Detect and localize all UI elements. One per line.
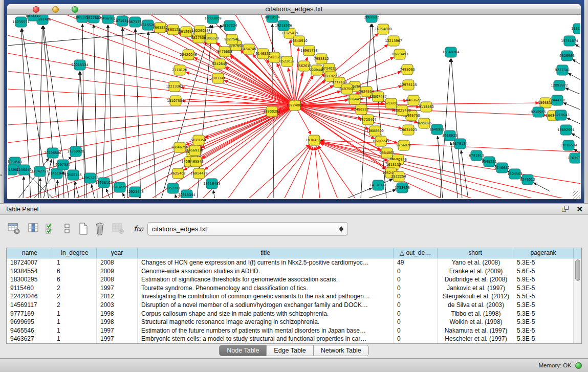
network-view[interactable]: 1872400711325419166409101696175879558121… — [8, 15, 580, 198]
network-node[interactable]: 16961758 — [300, 46, 318, 56]
network-node[interactable]: 1111753 — [571, 24, 580, 34]
network-node[interactable]: 9329966 — [559, 51, 574, 61]
network-window-titlebar[interactable]: citations_edges.txt — [7, 4, 581, 15]
network-node[interactable]: 19384554 — [306, 135, 323, 145]
delete-table-icon[interactable] — [95, 222, 105, 235]
network-node[interactable]: 8522037 — [279, 56, 294, 67]
network-node[interactable]: 9115460 — [419, 102, 433, 112]
network-node[interactable]: 9146821 — [255, 49, 270, 59]
network-node[interactable]: 5475685 — [217, 47, 232, 57]
network-node[interactable]: 20515344 — [178, 190, 195, 198]
table-row[interactable]: 1456911722003Disruption of a novel membe… — [7, 301, 574, 310]
network-node[interactable]: 2522254 — [391, 171, 406, 182]
network-node[interactable]: 15716485 — [203, 179, 221, 189]
network-node[interactable]: 1527602 — [86, 15, 101, 23]
column-header-short[interactable]: short — [438, 248, 513, 258]
network-node[interactable]: 16648784 — [442, 47, 460, 57]
float-window-icon[interactable] — [562, 206, 569, 213]
network-node[interactable]: 9756928 — [396, 140, 411, 150]
network-node[interactable]: 18907249 — [372, 136, 389, 146]
table-selector-dropdown[interactable]: citations_edges.txt — [147, 222, 348, 235]
network-node[interactable]: 9345231 — [482, 157, 496, 167]
network-node[interactable]: 5572317 — [26, 15, 40, 21]
network-node[interactable]: 6497568 — [339, 84, 354, 94]
network-node[interactable]: 9242845 — [212, 59, 227, 69]
column-header-title[interactable]: title — [138, 248, 394, 258]
function-builder-icon[interactable]: f(x) — [134, 222, 143, 235]
column-header-year[interactable]: year — [97, 248, 138, 258]
network-node[interactable]: 2087682 — [364, 15, 379, 23]
new-table-icon[interactable] — [78, 222, 89, 235]
network-node[interactable]: 20206586 — [44, 148, 61, 158]
table-settings-icon[interactable] — [8, 222, 21, 235]
network-node[interactable]: 9857791 — [165, 183, 180, 193]
network-node[interactable]: 9463627 — [406, 95, 421, 105]
scrollbar-thumb[interactable] — [575, 259, 580, 281]
column-header-in_degree[interactable]: in_degree — [53, 248, 97, 258]
network-node[interactable]: 7485063 — [400, 64, 415, 75]
network-node[interactable]: 5878354 — [191, 135, 206, 145]
panel-collapse-arrow-icon[interactable]: ▸ — [1, 173, 3, 177]
network-node[interactable]: 7615526 — [140, 20, 155, 30]
column-header-name[interactable]: name — [7, 248, 53, 258]
table-row[interactable]: 969969511998Structural magnetic resonanc… — [7, 318, 574, 326]
network-node[interactable]: 10973493 — [391, 49, 408, 59]
table-row[interactable]: 1830029562008Estimation of significance … — [7, 275, 574, 284]
network-node[interactable]: 7486322 — [354, 104, 368, 115]
column-header-out_de[interactable]: △ out_de… — [394, 248, 438, 258]
network-node[interactable]: 16782759 — [111, 182, 128, 192]
table-row[interactable]: 946554611997Estimation of the future num… — [7, 326, 574, 335]
network-node[interactable]: 16154808 — [375, 24, 392, 34]
network-node[interactable]: 7625402 — [170, 168, 185, 179]
network-node[interactable]: 8186328 — [204, 33, 219, 43]
network-node[interactable]: 22420046 — [180, 50, 197, 60]
table-row[interactable]: 1938455462009Genome-wide association stu… — [7, 267, 574, 276]
network-node[interactable]: 8912954 — [179, 27, 193, 37]
select-all-rows-icon[interactable] — [46, 222, 56, 235]
tab-edge-table[interactable]: Edge Table — [267, 345, 313, 356]
network-node[interactable]: 14035571 — [12, 17, 30, 27]
network-node[interactable]: 12975115 — [400, 80, 417, 90]
column-header-pagerank[interactable]: pagerank — [513, 248, 574, 258]
window-resize-grip[interactable] — [573, 191, 580, 199]
network-node[interactable]: 12213967 — [385, 36, 402, 46]
network-node[interactable]: 7955812 — [314, 54, 329, 64]
table-scrollbar[interactable] — [574, 258, 581, 343]
network-node[interactable]: 621600 — [384, 98, 397, 108]
network-node[interactable]: 1167534 — [568, 153, 580, 163]
network-node[interactable]: 2718120 — [172, 65, 187, 75]
network-node[interactable]: 12342757 — [31, 166, 49, 177]
network-node[interactable]: 13505135 — [64, 170, 82, 180]
network-node[interactable]: 9245012 — [520, 174, 535, 185]
network-node[interactable]: 8454749 — [241, 44, 256, 54]
network-node[interactable]: 9827546 — [224, 34, 239, 45]
network-node[interactable]: 9227341 — [555, 65, 570, 75]
network-node[interactable]: 8813054 — [265, 15, 279, 23]
network-node[interactable]: 7857224 — [222, 20, 237, 31]
network-node[interactable]: 9699695 — [417, 118, 431, 128]
network-node[interactable]: 2803144 — [210, 73, 225, 83]
row-height-icon[interactable] — [64, 222, 70, 235]
network-node[interactable]: 9215955 — [531, 107, 546, 117]
table-row[interactable]: 1872400712008Changes of HCN gene express… — [7, 258, 574, 267]
network-node[interactable]: 6879134 — [452, 139, 467, 149]
network-node[interactable]: 9465546 — [188, 157, 203, 167]
network-node[interactable]: 1156849 — [16, 165, 31, 175]
network-node[interactable]: 1733426 — [395, 183, 409, 193]
tab-node-table[interactable]: Node Table — [220, 345, 267, 356]
close-panel-icon[interactable]: ✕ — [576, 206, 583, 213]
table-row[interactable]: 946362711997Embryonic stem cells: a mode… — [7, 335, 574, 343]
network-node[interactable]: 16914479 — [190, 168, 208, 179]
column-chooser-icon[interactable] — [28, 222, 39, 235]
network-node[interactable]: 20015334 — [71, 60, 89, 70]
network-node[interactable]: 12093872 — [551, 80, 568, 91]
network-node[interactable]: 19634923 — [400, 125, 417, 135]
network-node[interactable]: 17016534 — [560, 140, 577, 150]
table-row[interactable]: 911546021997Tourette syndrome. Phenomeno… — [7, 284, 574, 293]
table-row[interactable]: 977716911998Corpus callosum shape and si… — [7, 310, 574, 318]
network-node[interactable]: 17359928 — [67, 146, 84, 157]
network-node[interactable]: 18107554 — [167, 96, 184, 106]
network-node[interactable]: 9346682 — [494, 163, 509, 173]
network-node[interactable]: 9097587 — [55, 160, 70, 170]
network-node[interactable]: 12923448 — [126, 187, 144, 197]
